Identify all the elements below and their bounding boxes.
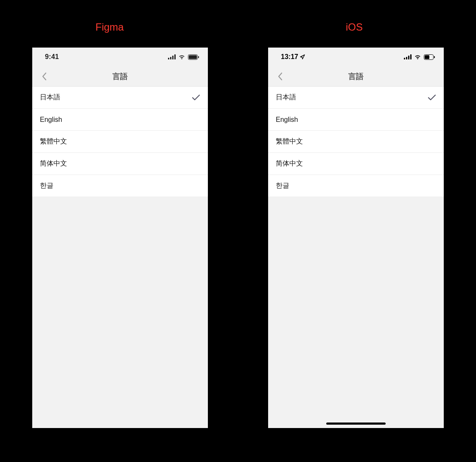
svg-rect-8 bbox=[406, 57, 407, 59]
list-item[interactable]: 简体中文 bbox=[268, 153, 444, 175]
list-item[interactable]: English bbox=[32, 109, 208, 131]
language-list: 日本語 English 繁體中文 简体中文 한글 bbox=[32, 87, 208, 197]
cellular-signal-icon bbox=[404, 54, 412, 59]
svg-rect-3 bbox=[174, 54, 176, 59]
list-item[interactable]: 日本語 bbox=[268, 87, 444, 109]
svg-rect-12 bbox=[425, 55, 429, 59]
list-item[interactable]: 한글 bbox=[268, 175, 444, 197]
svg-rect-5 bbox=[189, 55, 197, 59]
list-item-label: 한글 bbox=[40, 181, 53, 190]
status-bar: 13:17 bbox=[268, 48, 444, 66]
list-item[interactable]: 简体中文 bbox=[32, 153, 208, 175]
svg-rect-6 bbox=[198, 56, 199, 58]
language-list: 日本語 English 繁體中文 简体中文 한글 bbox=[268, 87, 444, 197]
list-item-label: 繁體中文 bbox=[40, 137, 67, 146]
list-item-label: English bbox=[276, 116, 298, 124]
status-icons bbox=[404, 54, 435, 60]
chevron-left-icon bbox=[42, 72, 47, 81]
wifi-icon bbox=[178, 54, 185, 59]
cellular-signal-icon bbox=[168, 54, 176, 59]
nav-bar: 言語 bbox=[268, 66, 444, 87]
list-item-label: 日本語 bbox=[276, 93, 296, 102]
svg-rect-7 bbox=[404, 58, 405, 59]
svg-rect-2 bbox=[172, 56, 174, 59]
panel-label-figma: Figma bbox=[95, 21, 124, 33]
status-time: 13:17 bbox=[281, 53, 305, 61]
checkmark-icon bbox=[428, 94, 436, 101]
chevron-left-icon bbox=[277, 72, 283, 81]
svg-rect-10 bbox=[410, 54, 412, 59]
list-item-label: 简体中文 bbox=[276, 159, 303, 168]
status-icons bbox=[168, 54, 199, 60]
status-bar: 9:41 bbox=[32, 48, 208, 66]
list-item[interactable]: 繁體中文 bbox=[32, 131, 208, 153]
list-item-label: 한글 bbox=[276, 181, 289, 190]
back-button[interactable] bbox=[273, 70, 287, 83]
checkmark-icon bbox=[192, 94, 200, 101]
battery-icon bbox=[188, 54, 199, 60]
list-item-label: 简体中文 bbox=[40, 159, 67, 168]
list-item[interactable]: 繁體中文 bbox=[268, 131, 444, 153]
page-title: 言語 bbox=[268, 71, 444, 82]
list-item[interactable]: 日本語 bbox=[32, 87, 208, 109]
svg-rect-13 bbox=[434, 56, 435, 58]
wifi-icon bbox=[414, 54, 421, 59]
list-item-label: English bbox=[40, 116, 62, 124]
device-ios: 13:17 言語 日本語 bbox=[268, 48, 444, 428]
status-time: 9:41 bbox=[45, 53, 59, 61]
list-item-label: 繁體中文 bbox=[276, 137, 303, 146]
home-indicator[interactable] bbox=[326, 423, 386, 425]
panel-label-ios: iOS bbox=[346, 21, 363, 33]
back-button[interactable] bbox=[37, 70, 51, 83]
svg-rect-1 bbox=[170, 57, 171, 59]
nav-bar: 言語 bbox=[32, 66, 208, 87]
battery-icon bbox=[424, 54, 435, 60]
page-title: 言語 bbox=[32, 71, 208, 82]
list-item[interactable]: 한글 bbox=[32, 175, 208, 197]
svg-rect-9 bbox=[408, 56, 409, 59]
device-figma: 9:41 言語 日本語 English 繁體 bbox=[32, 48, 208, 428]
list-item-label: 日本語 bbox=[40, 93, 60, 102]
svg-rect-0 bbox=[168, 58, 169, 59]
location-arrow-icon bbox=[300, 54, 305, 59]
list-item[interactable]: English bbox=[268, 109, 444, 131]
